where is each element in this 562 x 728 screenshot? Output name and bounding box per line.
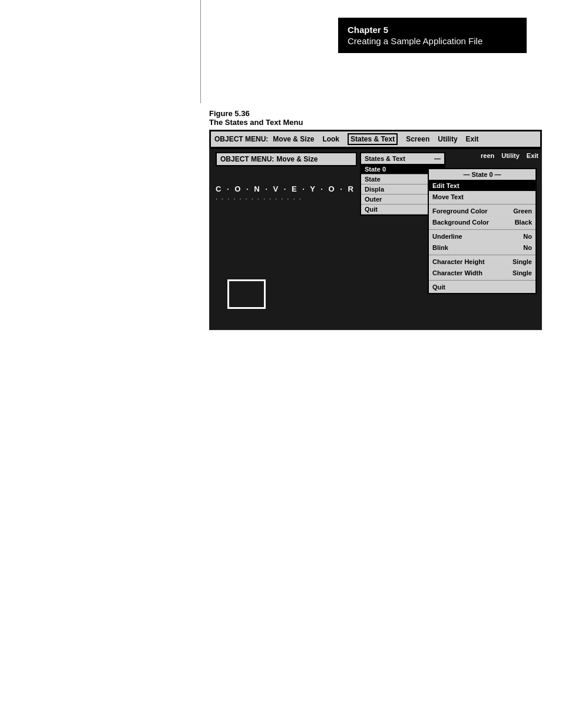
- state0-divider-3: [429, 255, 535, 255]
- state0-panel: — State 0 — Edit Text Move Text Foregrou…: [428, 168, 537, 294]
- inner-area: OBJECT MENU: Move & Size reen Utility Ex…: [210, 149, 541, 330]
- small-box: [227, 279, 266, 309]
- left-vertical-line: [200, 0, 201, 103]
- outer-menu-bar: OBJECT MENU: Move & Size Look States & T…: [210, 130, 541, 148]
- second-menu-item[interactable]: Move & Size: [276, 155, 318, 163]
- state0-item-edit-text[interactable]: Edit Text: [429, 180, 535, 192]
- state0-item-fg-color[interactable]: Foreground Color Green: [429, 206, 535, 217]
- chapter-number: Chapter 5: [348, 25, 517, 35]
- figure-label: Figure 5.36 The States and Text Menu: [209, 109, 303, 127]
- state0-item-blink[interactable]: Blink No: [429, 242, 535, 253]
- conveyor-text: C · O · N · V · E · Y · O · R: [216, 185, 355, 193]
- behind-menu-utility: Utility: [501, 152, 520, 159]
- state0-header: — State 0 —: [429, 169, 535, 180]
- chapter-title: Creating a Sample Application File: [348, 36, 517, 46]
- state0-item-char-width[interactable]: Character Width Single: [429, 268, 535, 279]
- state0-item-bg-color[interactable]: Background Color Black: [429, 217, 535, 228]
- state0-divider-2: [429, 229, 535, 230]
- outer-menu-item-utility[interactable]: Utility: [438, 135, 457, 143]
- states-text-dash: —: [434, 155, 441, 162]
- dots-line: · · · · · · · · · · · · · · ·: [216, 195, 302, 202]
- outer-menu-item-move-size[interactable]: Move & Size: [273, 135, 314, 143]
- behind-menu-exit: Exit: [527, 152, 538, 159]
- figure-title: The States and Text Menu: [209, 118, 303, 127]
- figure-number: Figure 5.36: [209, 109, 303, 118]
- state0-item-quit[interactable]: Quit: [429, 282, 535, 293]
- behind-menu-items: reen Utility Exit: [481, 152, 538, 159]
- outer-menu-item-states-text[interactable]: States & Text: [348, 133, 398, 145]
- state0-item-char-height[interactable]: Character Height Single: [429, 256, 535, 268]
- state0-item-underline[interactable]: Underline No: [429, 231, 535, 242]
- chapter-header: Chapter 5 Creating a Sample Application …: [338, 18, 527, 53]
- state0-item-move-text[interactable]: Move Text: [429, 192, 535, 203]
- outer-menu-label: OBJECT MENU:: [214, 135, 268, 143]
- second-menu-label: OBJECT MENU:: [220, 155, 274, 163]
- behind-menu-reen: reen: [481, 152, 494, 159]
- states-text-header: States & Text —: [361, 153, 444, 164]
- outer-menu-item-exit[interactable]: Exit: [466, 135, 479, 143]
- screenshot-area: OBJECT MENU: Move & Size Look States & T…: [209, 130, 542, 330]
- state0-divider-1: [429, 204, 535, 205]
- states-text-title: States & Text: [365, 155, 405, 162]
- outer-menu-item-screen[interactable]: Screen: [406, 135, 429, 143]
- outer-menu-item-look[interactable]: Look: [322, 135, 339, 143]
- state0-divider-4: [429, 280, 535, 281]
- second-menu-bar: OBJECT MENU: Move & Size: [216, 152, 357, 166]
